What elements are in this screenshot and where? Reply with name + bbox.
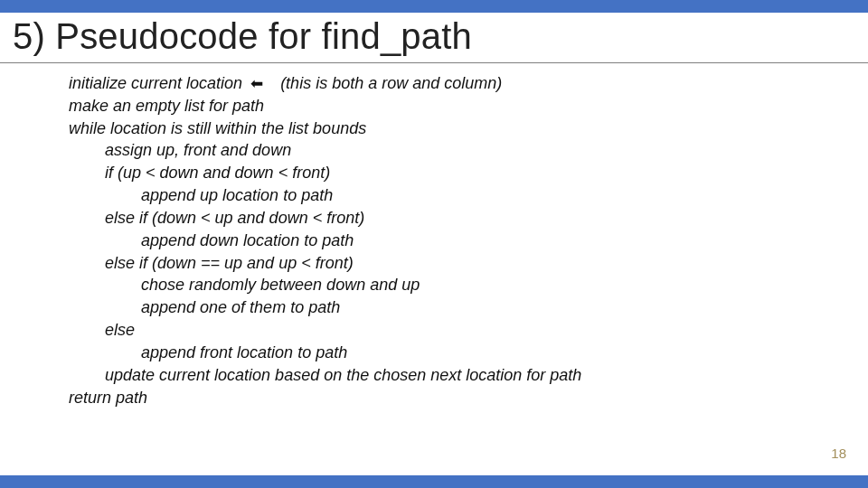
code-line: if (up < down and down < front) bbox=[69, 162, 799, 184]
code-text: initialize current location bbox=[69, 74, 242, 92]
code-line: else if (down == up and up < front) bbox=[69, 252, 799, 275]
code-line: while location is still within the list … bbox=[69, 117, 799, 140]
code-line: return path bbox=[69, 387, 799, 409]
page-number: 18 bbox=[831, 446, 846, 461]
left-arrow-icon: ⬅ bbox=[250, 75, 263, 92]
code-annotation: (this is both a row and column) bbox=[280, 74, 502, 92]
pseudocode-block: initialize current location ⬅ (this is b… bbox=[0, 63, 868, 408]
code-line: else if (down < up and down < front) bbox=[69, 207, 799, 230]
top-accent-bar bbox=[0, 0, 868, 13]
code-line: update current location based on the cho… bbox=[69, 364, 799, 387]
bottom-accent-bar bbox=[0, 475, 868, 488]
code-line: append front location to path bbox=[69, 342, 799, 364]
code-line: append up location to path bbox=[69, 184, 799, 207]
code-line: initialize current location ⬅ (this is b… bbox=[69, 72, 799, 95]
code-line: append down location to path bbox=[69, 230, 799, 252]
slide-title: 5) Pseudocode for find_path bbox=[13, 16, 855, 57]
code-line: chose randomly between down and up bbox=[69, 274, 799, 296]
code-line: append one of them to path bbox=[69, 296, 799, 319]
title-block: 5) Pseudocode for find_path bbox=[0, 16, 868, 63]
code-line: make an empty list for path bbox=[69, 95, 799, 117]
code-line: else bbox=[69, 319, 799, 342]
code-line: assign up, front and down bbox=[69, 139, 799, 162]
